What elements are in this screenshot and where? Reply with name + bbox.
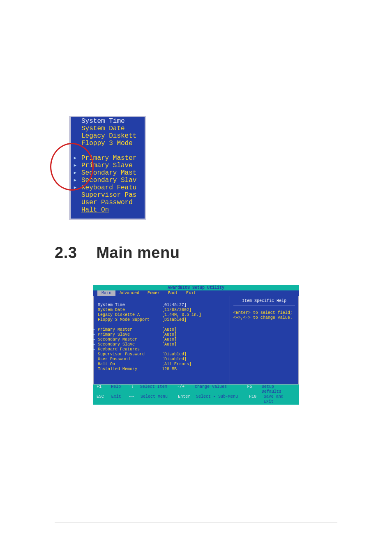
bios-item-value: [Auto] — [162, 337, 177, 342]
bios-item-value: [Disabled] — [162, 352, 187, 357]
bios-item-label-text: System Date — [98, 308, 125, 312]
key-hint: -/+ — [177, 385, 195, 394]
snippet-label: User Password — [81, 199, 133, 206]
bios-item-value: [1.44M, 3.5 in.] — [162, 313, 201, 318]
page-footer-rule — [55, 523, 337, 523]
bios-item-label: System Time — [98, 303, 162, 308]
snippet-row: ▸Primary Slave — [81, 162, 142, 169]
bios-item-label-text: Supervisor Password — [98, 352, 145, 357]
key-action: Select Menu — [141, 394, 178, 404]
bios-item-value: [Auto] — [162, 332, 177, 337]
bios-item-label: Legacy Diskette A — [98, 313, 162, 318]
snippet-label: Secondary Slav — [81, 177, 136, 184]
bios-footer-row: ESC Exit ←→ Select Menu Enter Select ▸ S… — [97, 394, 295, 404]
bios-item-row[interactable]: ▸Keyboard Features — [98, 347, 226, 352]
bios-item-label-text: Primary Master — [98, 327, 132, 332]
bios-tab-advanced[interactable]: Advanced — [115, 290, 143, 296]
bios-item-value: [Disabled] — [162, 357, 187, 362]
bios-item-label: ▸Secondary Master — [98, 337, 162, 342]
bios-snippet-list: System TimeSystem DateLegacy DiskettFlop… — [71, 117, 145, 215]
bios-item-row[interactable]: Supervisor Password[Disabled] — [98, 352, 226, 357]
bios-item-value: [All Errors] — [162, 362, 191, 367]
bios-main-panel: System Time[01:45:27]System Date[11/08/2… — [93, 296, 230, 385]
snippet-label: System Date — [81, 125, 125, 132]
bios-item-label: User Password — [98, 357, 162, 362]
key-action: Change Values — [195, 385, 247, 394]
submenu-pointer-icon: ▸ — [93, 337, 98, 342]
bios-item-label-text: Halt On — [98, 362, 115, 366]
snippet-row: ▸Secondary Slav — [81, 177, 142, 184]
bios-item-row[interactable]: ▸Secondary Master[Auto] — [98, 337, 226, 342]
bios-item-value: 128 MB — [162, 367, 177, 372]
bios-item-row[interactable]: ▸Secondary Slave[Auto] — [98, 342, 226, 347]
section-title: Main menu — [96, 244, 180, 261]
bios-help-line: <+>,<-> to change value. — [233, 315, 295, 320]
bios-item-label: ▸Primary Master — [98, 327, 162, 332]
snippet-row: Supervisor Pas — [81, 191, 142, 199]
submenu-pointer-icon: ▸ — [93, 347, 98, 352]
bios-item-row[interactable]: Legacy Diskette A[1.44M, 3.5 in.] — [98, 313, 226, 318]
key-hint: F1 — [97, 385, 111, 394]
bios-item-row[interactable]: ▸Primary Slave[Auto] — [98, 332, 226, 337]
bios-help-panel: Item Specific Help <Enter> to select fie… — [230, 296, 299, 385]
snippet-row: ▸Secondary Mast — [81, 169, 142, 177]
key-action: Save and Exit — [264, 394, 295, 404]
submenu-pointer-icon: ▸ — [73, 169, 81, 177]
bios-item-label-text: User Password — [98, 357, 130, 362]
bios-item-label-text: System Time — [98, 303, 125, 307]
bios-window: AwardBIOS Setup Utility MainAdvancedPowe… — [93, 285, 299, 405]
key-hint: ESC — [97, 394, 111, 404]
key-action: Help — [111, 385, 129, 394]
bios-menubar: MainAdvancedPowerBootExit — [93, 290, 299, 296]
snippet-row: ▸Keyboard Featu — [81, 184, 142, 191]
bios-item-row[interactable]: User Password[Disabled] — [98, 357, 226, 362]
snippet-row: Halt On — [81, 206, 142, 214]
bios-item-row[interactable]: System Time[01:45:27] — [98, 303, 226, 308]
submenu-pointer-icon: ▸ — [73, 184, 81, 191]
bios-tab-boot[interactable]: Boot — [164, 290, 182, 296]
bios-item-value: [Auto] — [162, 327, 177, 332]
bios-help-text: <Enter> to select field; <+>,<-> to chan… — [233, 311, 295, 320]
key-hint: Enter — [178, 394, 196, 404]
snippet-label: Floppy 3 Mode — [81, 140, 133, 147]
bios-help-line: <Enter> to select field; — [233, 311, 295, 315]
bios-item-label: ▸Primary Slave — [98, 332, 162, 337]
key-action: Exit — [111, 394, 129, 404]
snippet-label: Keyboard Featu — [81, 184, 136, 191]
submenu-pointer-icon: ▸ — [73, 177, 81, 184]
snippet-row: Legacy Diskett — [81, 132, 142, 140]
snippet-label: Primary Slave — [81, 162, 133, 169]
bios-tab-exit[interactable]: Exit — [182, 290, 200, 296]
key-hint: ↑↓ — [129, 385, 140, 394]
bios-item-row[interactable]: System Date[11/08/2002] — [98, 308, 226, 313]
bios-item-row — [98, 322, 226, 327]
section-number: 2.3 — [55, 244, 77, 261]
bios-item-value: [Auto] — [162, 342, 177, 347]
key-hint: ←→ — [129, 394, 141, 404]
snippet-row: ▸Primary Master — [81, 154, 142, 162]
bios-item-row[interactable]: Installed Memory128 MB — [98, 367, 226, 372]
bios-item-label: System Date — [98, 308, 162, 313]
bios-item-label-text: Secondary Master — [98, 337, 137, 342]
bios-item-label: Halt On — [98, 362, 162, 367]
snippet-label: Halt On — [81, 206, 109, 214]
bios-item-label: Floppy 3 Mode Support — [98, 318, 162, 322]
bios-tab-main[interactable]: Main — [97, 290, 115, 296]
bios-item-label: Installed Memory — [98, 367, 162, 372]
submenu-pointer-icon: ▸ — [93, 342, 98, 347]
bios-footer-row: F1 Help ↑↓ Select Item -/+ Change Values… — [97, 385, 295, 394]
bios-item-row[interactable]: Halt On[All Errors] — [98, 362, 226, 367]
bios-item-label-text: Legacy Diskette A — [98, 313, 140, 317]
bios-tab-power[interactable]: Power — [143, 290, 164, 296]
snippet-row: Floppy 3 Mode — [81, 140, 142, 147]
key-hint: F10 — [249, 394, 264, 404]
bios-item-row[interactable]: Floppy 3 Mode Support[Disabled] — [98, 318, 226, 322]
bios-item-label: Supervisor Password — [98, 352, 162, 357]
snippet-row — [81, 147, 142, 154]
bios-item-row[interactable]: ▸Primary Master[Auto] — [98, 327, 226, 332]
key-action: Setup Defaults — [262, 385, 295, 394]
bios-footer: F1 Help ↑↓ Select Item -/+ Change Values… — [93, 385, 299, 405]
bios-help-title: Item Specific Help — [233, 299, 295, 306]
snippet-row: System Date — [81, 125, 142, 132]
key-hint: F5 — [247, 385, 261, 394]
